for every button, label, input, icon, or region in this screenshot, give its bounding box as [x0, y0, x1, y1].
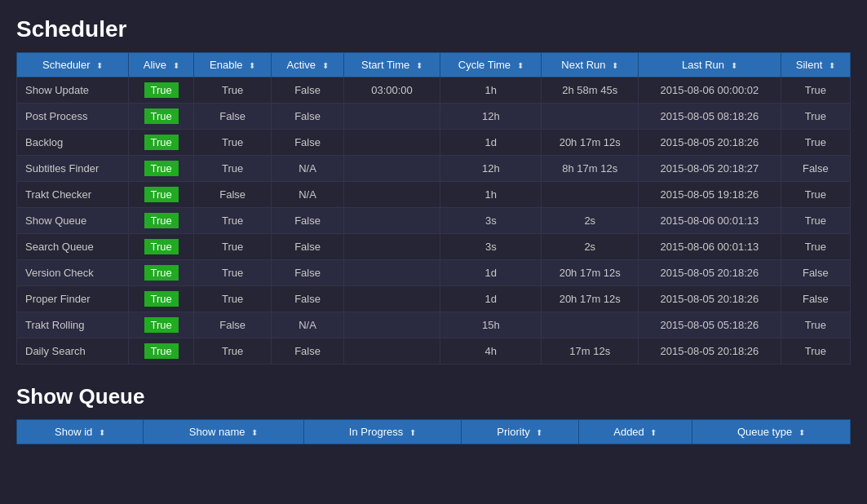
table-row: BacklogTrueTrueFalse1d20h 17m 12s2015-08…	[17, 130, 851, 156]
cell-cycle_time: 3s	[440, 208, 542, 234]
cell-next_run: 20h 17m 12s	[542, 286, 639, 312]
cell-active: False	[272, 286, 344, 312]
cell-start_time	[343, 182, 440, 208]
table-row: Version CheckTrueTrueFalse1d20h 17m 12s2…	[17, 260, 851, 286]
cell-silent: True	[781, 130, 850, 156]
cell-next_run	[542, 312, 639, 338]
cell-active: N/A	[272, 156, 344, 182]
sort-icon-priority: ⬆	[536, 428, 542, 437]
sort-icon-enable: ⬍	[249, 61, 255, 70]
cell-silent: True	[781, 182, 850, 208]
cell-enable: True	[194, 234, 272, 260]
cell-active: False	[272, 104, 344, 130]
cell-alive: True	[129, 182, 194, 208]
cell-enable: False	[194, 182, 272, 208]
col-silent[interactable]: Silent ⬍	[781, 53, 850, 77]
cell-silent: False	[781, 260, 850, 286]
col-show-name[interactable]: Show name ⬍	[144, 420, 304, 444]
cell-silent: True	[781, 234, 850, 260]
cell-scheduler: Subtitles Finder	[17, 156, 129, 182]
scheduler-table: Scheduler ⬍ Alive ⬍ Enable ⬍ Active ⬍ St…	[16, 52, 851, 365]
alive-badge: True	[144, 161, 179, 176]
col-added[interactable]: Added ⬆	[578, 420, 692, 444]
col-active[interactable]: Active ⬍	[272, 53, 344, 77]
cell-alive: True	[129, 77, 194, 104]
sort-icon-show-name: ⬍	[251, 428, 258, 437]
sort-icon-queue-type: ⬍	[798, 428, 805, 437]
alive-badge: True	[144, 135, 179, 150]
table-row: Show UpdateTrueTrueFalse03:00:001h2h 58m…	[17, 77, 851, 104]
cell-active: False	[272, 234, 344, 260]
scheduler-tbody: Show UpdateTrueTrueFalse03:00:001h2h 58m…	[17, 77, 851, 365]
col-in-progress[interactable]: In Progress ⬆	[303, 420, 461, 444]
cell-silent: True	[781, 208, 850, 234]
sort-icon-cycle-time: ⬍	[517, 61, 524, 70]
alive-badge: True	[144, 213, 179, 228]
cell-enable: True	[194, 208, 272, 234]
scheduler-title: Scheduler	[16, 16, 851, 42]
table-row: Trakt RollingTrueFalseN/A15h2015-08-05 0…	[17, 312, 851, 338]
cell-next_run: 8h 17m 12s	[542, 156, 639, 182]
cell-enable: True	[194, 156, 272, 182]
cell-scheduler: Show Update	[17, 77, 129, 104]
col-alive[interactable]: Alive ⬍	[129, 53, 194, 77]
cell-last_run: 2015-08-05 08:18:26	[639, 104, 781, 130]
cell-scheduler: Show Queue	[17, 208, 129, 234]
cell-enable: False	[194, 312, 272, 338]
alive-badge: True	[144, 291, 179, 307]
col-enable[interactable]: Enable ⬍	[194, 53, 272, 77]
cell-last_run: 2015-08-05 20:18:27	[639, 156, 781, 182]
sort-icon-last-run: ⬍	[731, 61, 737, 70]
cell-alive: True	[129, 312, 194, 338]
sort-icon-active: ⬍	[322, 61, 329, 70]
cell-alive: True	[129, 286, 194, 312]
cell-active: N/A	[272, 182, 344, 208]
cell-silent: True	[781, 338, 850, 365]
cell-start_time	[343, 312, 440, 338]
cell-alive: True	[129, 104, 194, 130]
cell-start_time	[343, 286, 440, 312]
alive-badge: True	[144, 343, 179, 359]
cell-next_run: 17m 12s	[542, 338, 639, 365]
col-queue-type[interactable]: Queue type ⬍	[692, 420, 850, 444]
table-row: Proper FinderTrueTrueFalse1d20h 17m 12s2…	[17, 286, 851, 312]
sort-icon-added: ⬆	[650, 428, 657, 437]
sort-icon-start-time: ⬍	[416, 61, 422, 70]
cell-next_run	[542, 104, 639, 130]
cell-cycle_time: 1d	[440, 286, 542, 312]
col-priority[interactable]: Priority ⬆	[461, 420, 578, 444]
alive-badge: True	[144, 187, 179, 202]
col-next-run[interactable]: Next Run ⬍	[542, 53, 639, 77]
col-scheduler[interactable]: Scheduler ⬍	[17, 53, 129, 77]
cell-active: False	[272, 338, 344, 365]
cell-alive: True	[129, 208, 194, 234]
cell-active: False	[272, 208, 344, 234]
cell-scheduler: Trakt Rolling	[17, 312, 129, 338]
cell-cycle_time: 15h	[440, 312, 542, 338]
cell-scheduler: Version Check	[17, 260, 129, 286]
sort-icon-next-run: ⬍	[612, 61, 618, 70]
cell-cycle_time: 1d	[440, 130, 542, 156]
cell-alive: True	[129, 260, 194, 286]
cell-active: False	[272, 260, 344, 286]
cell-last_run: 2015-08-05 05:18:26	[639, 312, 781, 338]
alive-badge: True	[144, 82, 179, 98]
alive-badge: True	[144, 239, 179, 254]
table-row: Subtitles FinderTrueTrueN/A12h8h 17m 12s…	[17, 156, 851, 182]
col-start-time[interactable]: Start Time ⬍	[343, 53, 440, 77]
cell-next_run	[542, 182, 639, 208]
col-show-id[interactable]: Show id ⬍	[17, 420, 144, 444]
scheduler-header-row: Scheduler ⬍ Alive ⬍ Enable ⬍ Active ⬍ St…	[17, 53, 851, 77]
col-last-run[interactable]: Last Run ⬍	[639, 53, 781, 77]
cell-enable: True	[194, 286, 272, 312]
cell-last_run: 2015-08-05 20:18:26	[639, 130, 781, 156]
cell-active: False	[272, 130, 344, 156]
cell-active: False	[272, 77, 344, 104]
cell-start_time: 03:00:00	[343, 77, 440, 104]
cell-start_time	[343, 104, 440, 130]
col-cycle-time[interactable]: Cycle Time ⬍	[440, 53, 542, 77]
cell-next_run: 2s	[542, 208, 639, 234]
cell-cycle_time: 12h	[440, 104, 542, 130]
cell-start_time	[343, 156, 440, 182]
show-queue-thead: Show id ⬍ Show name ⬍ In Progress ⬆ Prio…	[17, 420, 851, 444]
